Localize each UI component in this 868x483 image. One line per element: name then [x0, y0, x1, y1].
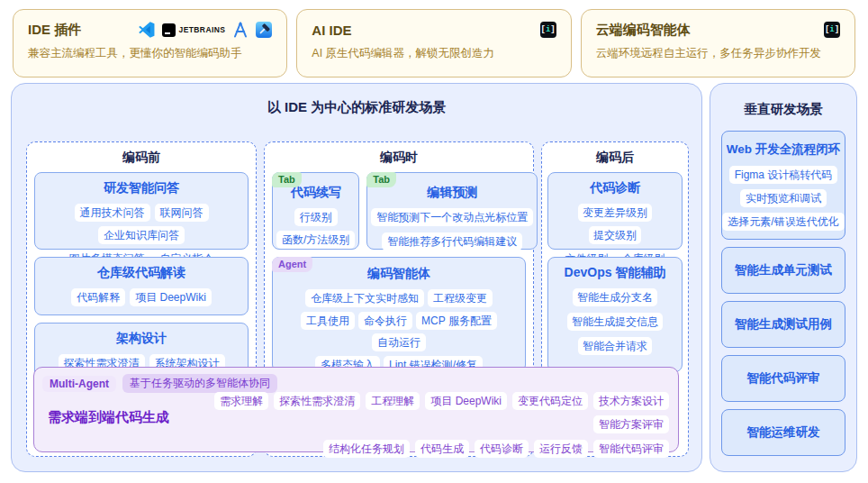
lingma-icon: [i]: [824, 22, 840, 38]
card-ai-ide: AI IDE [i] AI 原生代码编辑器，解锁无限创造力: [296, 9, 571, 77]
multi-agent-box: Multi-Agent 基于任务驱动的多智能体协同 需求端到端代码生成 需求理解…: [33, 367, 679, 452]
feature-tag: 提交级别: [589, 226, 641, 244]
tab-feature-pair: Tab 代码续写 行级别函数/方法级别 Tab 编辑预测 智能预测下一个改动点光…: [272, 172, 526, 250]
feature-tag: 工程级变更: [428, 289, 493, 307]
feature-title: 智能运维研发: [747, 424, 820, 441]
feature-diagram: IDE 插件 JETBRAINS: [0, 0, 868, 483]
feature-tag: 命令执行: [358, 312, 412, 330]
card-ide-plugin: IDE 插件 JETBRAINS: [13, 9, 287, 77]
feature-title: Web 开发全流程闭环: [725, 141, 842, 158]
multi-agent-desc: 基于任务驱动的多智能体协同: [122, 374, 277, 393]
feature-tag: 智能推荐多行代码编辑建议: [382, 232, 522, 251]
multi-agent-title: 需求端到端代码生成: [48, 409, 169, 426]
top-card-row: IDE 插件 JETBRAINS: [13, 9, 855, 77]
feature-tag: 智能预测下一个改动点光标位置: [371, 208, 533, 226]
feature-tag: 运行反馈: [534, 440, 588, 458]
feature-tag: 代码诊断: [475, 440, 529, 458]
feature-title: 智能生成测试用例: [735, 316, 832, 333]
lingma-icon: [i]: [540, 22, 556, 38]
feature-title: 研发智能问答: [39, 180, 244, 196]
multi-agent-badge: Multi-Agent: [42, 376, 116, 392]
tab-badge: Tab: [366, 172, 396, 187]
agent-badge: Agent: [272, 257, 312, 272]
feature-box-repo-understanding: 仓库级代码解读 代码解释项目 DeepWiki: [34, 257, 249, 315]
sidebar-box-web: Web 开发全流程闭环 Figma 设计稿转代码实时预览和调试选择元素/错误迭代…: [721, 131, 845, 240]
feature-title: 编码智能体: [276, 266, 521, 282]
card-title: AI IDE: [312, 23, 351, 38]
xcode-hammer-icon: [256, 22, 272, 38]
feature-tag: 技术方案设计: [593, 392, 669, 410]
feature-tag: 企业知识库问答: [98, 226, 185, 244]
panel-title: 以 IDE 为中心的标准研发场景: [12, 99, 701, 116]
column-header: 编码前: [27, 150, 256, 164]
feature-title: DevOps 智能辅助: [550, 265, 680, 281]
feature-title: 仓库级代码解读: [39, 265, 244, 281]
column-header: 编码后: [542, 150, 688, 164]
sidebar-box-ops-dev: 智能运维研发: [721, 409, 845, 456]
feature-tag: 代码生成: [415, 440, 469, 458]
feature-tag: 工具使用: [301, 312, 355, 330]
feature-tag: 工程理解: [366, 392, 420, 410]
feature-title: 智能生成单元测试: [735, 262, 832, 278]
feature-tag: 智能代码评审: [593, 440, 669, 458]
feature-tag: 实时预览和调试: [740, 189, 827, 207]
feature-tag: 项目 DeepWiki: [425, 392, 507, 410]
card-subtitle: 云端环境远程自主运行，多任务异步协作开发: [596, 46, 840, 61]
feature-title: 架构设计: [39, 331, 244, 347]
sidebar-title: 垂直研发场景: [710, 101, 856, 118]
feature-tag: 通用技术问答: [75, 204, 150, 222]
card-subtitle: 兼容主流编程工具，更懂你的智能编码助手: [28, 46, 272, 61]
feature-tag: 仓库级上下文实时感知: [305, 289, 424, 307]
feature-tag: 智能方案评审: [593, 415, 669, 433]
feature-tag: Figma 设计稿转代码: [729, 166, 838, 184]
vertical-scenarios-panel: 垂直研发场景 Web 开发全流程闭环 Figma 设计稿转代码实时预览和调试选择…: [710, 83, 857, 472]
card-title: 云端编码智能体: [596, 22, 691, 39]
xcode-compass-icon: [232, 22, 249, 38]
card-subtitle: AI 原生代码编辑器，解锁无限创造力: [312, 46, 556, 61]
ide-icons: JETBRAINS: [139, 22, 273, 38]
feature-box-qa: 研发智能问答 通用技术问答联网问答企业知识库问答 图片多模态问答自定义指令: [34, 172, 249, 250]
jetbrains-logo: JETBRAINS: [162, 23, 226, 37]
feature-tag: 自动运行: [372, 333, 426, 351]
feature-title: 代码诊断: [550, 180, 680, 196]
feature-tag: 变更代码定位: [512, 392, 588, 410]
vscode-icon: [139, 22, 155, 38]
feature-title: 智能代码评审: [747, 370, 820, 387]
feature-box-edit-prediction: Tab 编辑预测 智能预测下一个改动点光标位置智能推荐多行代码编辑建议: [366, 172, 538, 250]
sidebar-box-unit-test: 智能生成单元测试: [721, 247, 845, 294]
jetbrains-mark-icon: [162, 23, 176, 37]
ide-standard-scenarios-panel: 以 IDE 为中心的标准研发场景 编码前 研发智能问答 通用技术问答联网问答企业…: [11, 83, 702, 472]
feature-box-code-diagnosis: 代码诊断 变更差异级别提交级别 文件级别仓库级别: [547, 172, 683, 250]
feature-tag: 结构化任务规划: [323, 440, 410, 458]
feature-tag: 探索性需求澄清: [274, 392, 360, 410]
card-title: IDE 插件: [28, 22, 81, 39]
sidebar-box-test-case: 智能生成测试用例: [721, 301, 845, 348]
feature-tag: 行级别: [294, 208, 338, 226]
feature-tag: 智能生成提交信息: [567, 313, 663, 331]
feature-title: 编辑预测: [371, 185, 533, 201]
feature-tag: 函数/方法级别: [276, 231, 355, 249]
column-header: 编码时: [265, 150, 533, 164]
feature-tag: 需求理解: [214, 392, 268, 410]
feature-tag: 联网问答: [155, 204, 209, 222]
jetbrains-wordmark: JETBRAINS: [179, 25, 226, 34]
phase-columns: 编码前 研发智能问答 通用技术问答联网问答企业知识库问答 图片多模态问答自定义指…: [26, 141, 689, 457]
sidebar-box-code-review: 智能代码评审: [721, 355, 845, 402]
multi-agent-tags: 需求理解探索性需求澄清工程理解项目 DeepWiki变更代码定位技术方案设计智能…: [183, 392, 669, 464]
feature-tag: 代码解释: [71, 288, 125, 306]
feature-tag: 选择元素/错误迭代优化: [722, 213, 844, 231]
feature-tag: 智能生成分支名: [573, 288, 657, 306]
multi-agent-badges: Multi-Agent 基于任务驱动的多智能体协同: [42, 374, 277, 393]
feature-tag: 变更差异级别: [578, 204, 652, 222]
feature-box-coding-agent: Agent 编码智能体 仓库级上下文实时感知工程级变更 工具使用命令执行MCP …: [272, 257, 526, 372]
feature-box-completion: Tab 代码续写 行级别函数/方法级别: [272, 172, 359, 250]
tab-badge: Tab: [272, 172, 302, 187]
card-cloud-agent: 云端编码智能体 [i] 云端环境远程自主运行，多任务异步协作开发: [581, 9, 855, 77]
feature-tag: 智能合并请求: [578, 337, 652, 355]
feature-box-devops: DevOps 智能辅助 智能生成分支名 智能生成提交信息 智能合并请求: [547, 257, 683, 372]
feature-tag: 项目 DeepWiki: [130, 288, 212, 306]
feature-tag: MCP 服务配置: [416, 312, 497, 330]
